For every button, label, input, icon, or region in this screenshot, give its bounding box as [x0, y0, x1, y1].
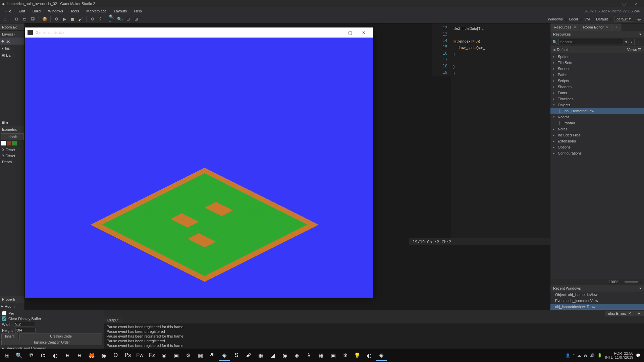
close-icon[interactable]: ✕	[628, 311, 631, 316]
folder-options[interactable]: ▸Options	[550, 144, 644, 150]
app-icon[interactable]: ❄	[339, 350, 351, 361]
layer-iso[interactable]: ◆Iso	[0, 38, 24, 45]
start-button[interactable]: ⊞	[1, 350, 13, 361]
tab-syntax-errors[interactable]: ntax Errors✕	[605, 311, 635, 316]
home-icon[interactable]: ⌂	[2, 16, 8, 22]
inherit-button[interactable]: Inherit	[1, 334, 18, 339]
folder-included[interactable]: ▸Included Files	[550, 132, 644, 138]
menu-layouts[interactable]: Layouts	[110, 8, 130, 14]
next-button[interactable]: ›	[636, 39, 642, 45]
creation-code-button[interactable]: Creation Code	[19, 334, 102, 339]
folder-shaders[interactable]: ▸Shaders	[550, 84, 644, 90]
volume-icon[interactable]: 🔊	[590, 353, 595, 358]
opera-icon[interactable]: O	[110, 350, 121, 361]
folder-timelines[interactable]: ▸Timelines	[550, 96, 644, 102]
filezilla-icon[interactable]: Fz	[146, 350, 158, 361]
tab-room-editor[interactable]: Room Ed	[0, 23, 24, 31]
play-icon[interactable]: ▶	[61, 16, 67, 22]
help-icon[interactable]: ?	[97, 16, 103, 22]
recent-item[interactable]: Events: obj_isometricView	[550, 298, 644, 304]
system-tray[interactable]: 👤 ^ ☁ 🖧 🔊 🔋 POR 22:56 INTL 11/07/2019 💬	[566, 351, 643, 359]
game-surface[interactable]	[25, 38, 373, 298]
close-button[interactable]: ✕	[357, 28, 370, 37]
explorer-icon[interactable]: 🗂	[38, 350, 49, 361]
network-icon[interactable]: 🖧	[584, 353, 587, 357]
folder-sounds[interactable]: ▸Sounds	[550, 66, 644, 72]
edge-icon[interactable]: e	[74, 350, 85, 361]
target-icon[interactable]: ◎	[636, 16, 642, 22]
package-icon[interactable]: 📦	[42, 16, 48, 22]
zoom-in-icon[interactable]: 🔍+	[109, 16, 115, 22]
add-tab[interactable]: +	[635, 311, 644, 316]
object-item[interactable]: obj_isometricView	[550, 108, 644, 114]
minimize-button[interactable]: —	[606, 0, 618, 7]
tab-room-editor-right[interactable]: Room Editor✕	[580, 23, 612, 31]
unity-icon[interactable]: ◢	[267, 350, 278, 361]
open-icon[interactable]: 🗀	[22, 16, 28, 22]
chrome-icon[interactable]: ◉	[98, 350, 109, 361]
color-white[interactable]	[1, 141, 6, 145]
taskview-icon[interactable]: ⧉	[25, 350, 37, 361]
folder-config[interactable]: ▸Configurations	[550, 150, 644, 156]
gms-icon[interactable]: ◈	[219, 350, 230, 361]
sublime-icon[interactable]: S	[231, 350, 242, 361]
room-settings[interactable]: ▸Room	[0, 303, 24, 310]
layer-ba[interactable]: ▣Ba	[0, 52, 24, 59]
menu-build[interactable]: Build	[29, 8, 44, 14]
app-icon[interactable]: ▦	[195, 350, 206, 361]
zoom-in-icon[interactable]: +	[640, 280, 642, 284]
app-icon[interactable]: ▣	[327, 350, 339, 361]
battery-icon[interactable]: 🔋	[597, 353, 602, 358]
add-tab[interactable]: +	[612, 23, 621, 31]
cloud-icon[interactable]: ☁	[577, 353, 581, 358]
tab-output[interactable]: Output	[104, 317, 122, 323]
app-icon[interactable]: ◉	[158, 350, 170, 361]
ps-icon[interactable]: Ps	[122, 350, 133, 361]
app-icon[interactable]: ▦	[315, 350, 327, 361]
settings-icon[interactable]: ⚙	[89, 16, 95, 22]
zoom-out-icon[interactable]: 🔍-	[117, 16, 123, 22]
menu-icon[interactable]: ☰	[638, 48, 641, 52]
color-brown[interactable]	[7, 141, 11, 145]
layout-icon[interactable]: ⊞	[133, 16, 139, 22]
runtime-dropdown[interactable]: default▾	[614, 16, 633, 22]
folder-objects[interactable]: ▾Objects	[550, 102, 644, 108]
recent-item[interactable]: obj_isometricView: Draw	[550, 304, 644, 310]
instance-order-button[interactable]: Instance Creation Order	[1, 340, 102, 345]
app-icon[interactable]: 💡	[352, 350, 363, 361]
chevron-down-icon[interactable]: ▾	[639, 286, 641, 291]
people-icon[interactable]: 👤	[566, 353, 570, 358]
room-item[interactable]: room0	[550, 120, 644, 126]
persistent-check[interactable]: Per	[1, 311, 102, 316]
folder-notes[interactable]: ▸Notes	[550, 126, 644, 132]
clean-icon[interactable]: 🧹	[77, 16, 84, 22]
app-icon[interactable]: ◈	[291, 350, 303, 361]
stop-icon[interactable]: ◼	[69, 16, 75, 22]
clock[interactable]: POR 22:56 INTL 11/07/2019	[605, 351, 633, 359]
menu-help[interactable]: Help	[131, 8, 145, 14]
menu-edit[interactable]: Edit	[15, 8, 29, 14]
maximize-button[interactable]: ▢	[618, 0, 630, 7]
app-icon[interactable]: ▣	[170, 350, 182, 361]
gms-run-icon[interactable]: ◈	[376, 350, 387, 361]
width-input[interactable]	[14, 322, 34, 327]
search-input[interactable]	[558, 39, 624, 45]
ie-icon[interactable]: e	[62, 350, 73, 361]
recent-item[interactable]: Object: obj_isometricView	[550, 292, 644, 298]
chevron-down-icon[interactable]: ▾	[639, 32, 641, 37]
folder-extensions[interactable]: ▸Extensions	[550, 138, 644, 144]
app-icon[interactable]: ▦	[255, 350, 266, 361]
zoom-out-icon[interactable]: −	[620, 280, 622, 284]
folder-scripts[interactable]: ▸Scripts	[550, 78, 644, 84]
inherit-button[interactable]: Inherit	[1, 133, 24, 140]
close-icon[interactable]: ✕	[606, 25, 608, 29]
debug-icon[interactable]: ⚙	[53, 16, 59, 22]
notifications-icon[interactable]: 💬	[636, 353, 641, 358]
app-icon[interactable]: λ	[303, 350, 315, 361]
tab-resources[interactable]: Resources✕	[550, 23, 580, 31]
zoom-slider[interactable]	[625, 281, 638, 283]
menu-windows[interactable]: Windows	[45, 8, 66, 14]
game-titlebar[interactable]: Game Isométrico — ▢ ✕	[25, 27, 373, 38]
menu-tools[interactable]: Tools	[67, 8, 83, 14]
folder-rooms[interactable]: ▾Rooms	[550, 114, 644, 120]
